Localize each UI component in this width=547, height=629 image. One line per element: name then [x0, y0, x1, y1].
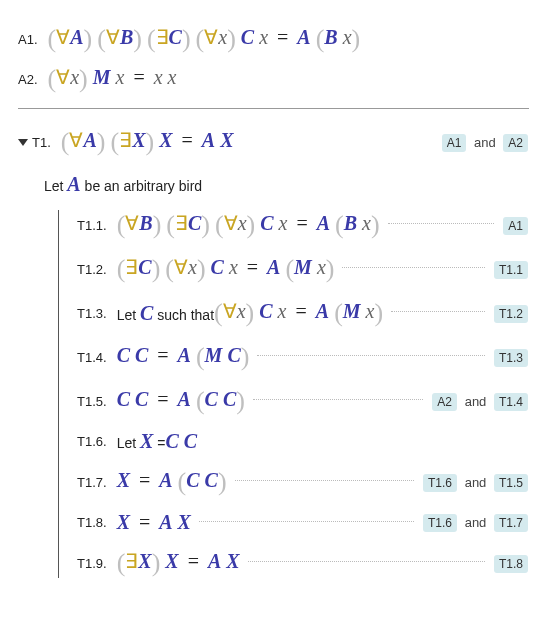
step-t1-1: T1.1. (∀B) (∃C) (∀x) C x = A (B x) A1 — [77, 210, 529, 240]
step-t1-8: T1.8. X = A X T1.6 and T1.7 — [77, 511, 529, 534]
theorem-t1-label: T1. — [32, 135, 51, 150]
axiom-a2: A2. (∀x) M x = x x — [18, 64, 529, 94]
axiom-a1: A1. (∀A) (∀B) (∃C) (∀x) C x = A (B x) — [18, 24, 529, 54]
proof-block: T1.1. (∀B) (∃C) (∀x) C x = A (B x) A1 T1… — [58, 210, 529, 578]
theorem-t1: T1. (∀A) (∃X) X = A X A1 and A2 — [18, 127, 529, 157]
step-t1-4: T1.4. C C = A (M C) T1.3 — [77, 342, 529, 372]
ref-a2[interactable]: A2 — [503, 134, 528, 152]
theorem-t1-justification: A1 and A2 — [441, 135, 529, 150]
let-a-row: Let A be an arbitrary bird — [44, 173, 529, 196]
step-t1-2: T1.2. (∃C) (∀x) C x = A (M x) T1.1 — [77, 254, 529, 284]
axiom-a2-label: A2. — [18, 72, 38, 87]
ref-t1-8[interactable]: T1.8 — [494, 555, 528, 573]
step-t1-9: T1.9. (∃X) X = A X T1.8 — [77, 548, 529, 578]
ref-t1-3[interactable]: T1.3 — [494, 349, 528, 367]
ref-t1-7[interactable]: T1.7 — [494, 514, 528, 532]
step-t1-3: T1.3. Let C such that (∀x) C x = A (M x)… — [77, 298, 529, 328]
step-t1-5: T1.5. C C = A (C C) A2 and T1.4 — [77, 386, 529, 416]
ref-t1-5[interactable]: T1.5 — [494, 474, 528, 492]
ref-t1-1[interactable]: T1.1 — [494, 261, 528, 279]
step-t1-7: T1.7. X = A (C C) T1.6 and T1.5 — [77, 467, 529, 497]
ref-a1[interactable]: A1 — [442, 134, 467, 152]
axiom-a1-label: A1. — [18, 32, 38, 47]
axiom-a1-formula: (∀A) (∀B) (∃C) (∀x) C x = A (B x) — [48, 24, 361, 54]
step-t1-6: T1.6. Let X = C C — [77, 430, 529, 453]
ref-t1-4[interactable]: T1.4 — [494, 393, 528, 411]
collapse-toggle-icon[interactable] — [18, 139, 28, 146]
ref-a1[interactable]: A1 — [503, 217, 528, 235]
ref-t1-6[interactable]: T1.6 — [423, 514, 457, 532]
divider — [18, 108, 529, 109]
theorem-t1-formula: (∀A) (∃X) X = A X — [61, 127, 234, 157]
ref-t1-6[interactable]: T1.6 — [423, 474, 457, 492]
ref-t1-2[interactable]: T1.2 — [494, 305, 528, 323]
axiom-a2-formula: (∀x) M x = x x — [48, 64, 177, 94]
ref-a2[interactable]: A2 — [432, 393, 457, 411]
